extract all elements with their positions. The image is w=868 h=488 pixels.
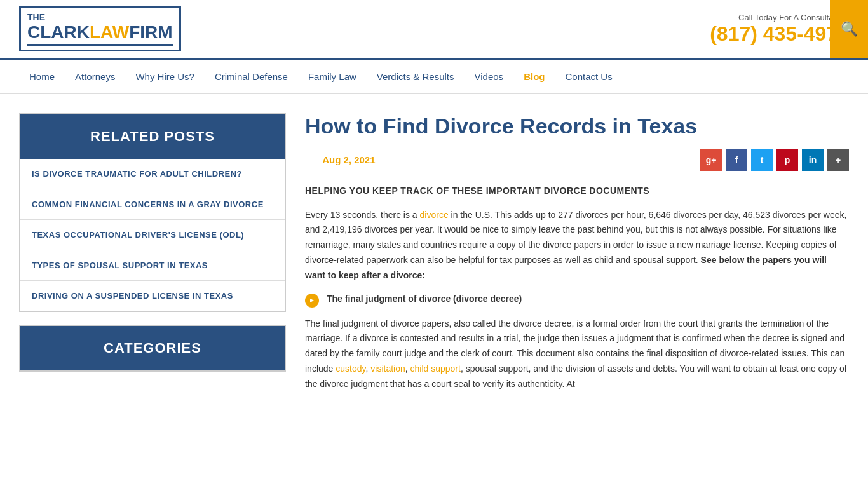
bullet-text: The final judgment of divorce (divorce d…: [327, 292, 522, 306]
nav-criminal-defense[interactable]: Criminal Defense: [205, 60, 298, 93]
article-body: HELPING YOU KEEP TRACK OF THESE IMPORTAN…: [305, 184, 849, 392]
article-content: How to Find Divorce Records in Texas — A…: [305, 113, 849, 401]
article-date: Aug 2, 2021: [322, 154, 375, 165]
related-posts-box: RELATED POSTS IS DIVORCE TRAUMATIC FOR A…: [19, 113, 286, 312]
related-posts-list: IS DIVORCE TRAUMATIC FOR ADULT CHILDREN?…: [20, 159, 285, 311]
share-linkedin-button[interactable]: in: [802, 149, 824, 171]
custody-link[interactable]: custody: [336, 363, 365, 374]
related-post-2[interactable]: COMMON FINANCIAL CONCERNS IN A GRAY DIVO…: [20, 189, 285, 219]
logo-clark: CLARK: [27, 22, 90, 42]
logo-firm: FIRM: [129, 22, 172, 42]
nav-contact[interactable]: Contact Us: [555, 60, 622, 93]
list-item: TEXAS OCCUPATIONAL DRIVER'S LICENSE (ODL…: [20, 219, 285, 250]
body-intro: Every 13 seconds, there is a: [305, 210, 420, 220]
related-post-5[interactable]: DRIVING ON A SUSPENDED LICENSE IN TEXAS: [20, 281, 285, 311]
nav-videos[interactable]: Videos: [465, 60, 514, 93]
categories-box: CATEGORIES: [19, 325, 286, 372]
list-item: IS DIVORCE TRAUMATIC FOR ADULT CHILDREN?: [20, 159, 285, 189]
nav-family-law[interactable]: Family Law: [298, 60, 367, 93]
related-posts-header: RELATED POSTS: [20, 114, 285, 159]
sep2: ,: [405, 363, 410, 374]
nav-attorneys[interactable]: Attorneys: [65, 60, 125, 93]
article-paragraph-2: The final judgment of divorce papers, al…: [305, 316, 849, 392]
list-item: COMMON FINANCIAL CONCERNS IN A GRAY DIVO…: [20, 189, 285, 219]
header-contact: Call Today For A Consultation! (817) 435…: [710, 13, 849, 46]
nav-blog[interactable]: Blog: [513, 60, 555, 93]
related-post-1[interactable]: IS DIVORCE TRAUMATIC FOR ADULT CHILDREN?: [20, 159, 285, 189]
site-logo[interactable]: THE CLARKLAWFIRM: [19, 6, 181, 51]
logo-law: LAW: [90, 22, 129, 42]
phone-number[interactable]: (817) 435-4970: [710, 22, 849, 46]
bullet-item: The final judgment of divorce (divorce d…: [305, 292, 849, 308]
sidebar: RELATED POSTS IS DIVORCE TRAUMATIC FOR A…: [19, 113, 286, 401]
nav-why-hire-us[interactable]: Why Hire Us?: [125, 60, 205, 93]
article-subtitle: HELPING YOU KEEP TRACK OF THESE IMPORTAN…: [305, 184, 849, 199]
categories-header: CATEGORIES: [20, 326, 285, 370]
search-icon: 🔍: [841, 21, 858, 37]
article-paragraph-1: Every 13 seconds, there is a divorce in …: [305, 208, 849, 283]
related-post-4[interactable]: TYPES OF SPOUSAL SUPPORT IN TEXAS: [20, 250, 285, 280]
article-dash: —: [305, 154, 315, 165]
logo-the: THE: [27, 12, 173, 22]
share-buttons: g+ f t p in +: [700, 149, 849, 171]
visitation-link[interactable]: visitation: [370, 363, 405, 374]
related-post-3[interactable]: TEXAS OCCUPATIONAL DRIVER'S LICENSE (ODL…: [20, 220, 285, 250]
list-item: TYPES OF SPOUSAL SUPPORT IN TEXAS: [20, 250, 285, 280]
article-meta: — Aug 2, 2021 g+ f t p in +: [305, 149, 849, 171]
main-container: RELATED POSTS IS DIVORCE TRAUMATIC FOR A…: [0, 94, 868, 420]
share-pinterest-button[interactable]: p: [776, 149, 798, 171]
bullet-icon: [305, 294, 319, 308]
article-date-area: — Aug 2, 2021: [305, 154, 376, 165]
child-support-link[interactable]: child support: [410, 363, 461, 374]
share-facebook-button[interactable]: f: [726, 149, 747, 171]
search-button[interactable]: 🔍: [830, 0, 868, 58]
share-more-button[interactable]: +: [827, 149, 849, 171]
list-item: DRIVING ON A SUSPENDED LICENSE IN TEXAS: [20, 280, 285, 311]
nav-verdicts[interactable]: Verdicts & Results: [367, 60, 465, 93]
share-twitter-button[interactable]: t: [751, 149, 773, 171]
share-google-button[interactable]: g+: [700, 149, 722, 171]
site-header: THE CLARKLAWFIRM Call Today For A Consul…: [0, 0, 868, 60]
main-nav: Home Attorneys Why Hire Us? Criminal Def…: [0, 60, 868, 94]
article-title: How to Find Divorce Records in Texas: [305, 113, 849, 139]
divorce-link[interactable]: divorce: [420, 210, 449, 220]
nav-home[interactable]: Home: [19, 60, 65, 93]
